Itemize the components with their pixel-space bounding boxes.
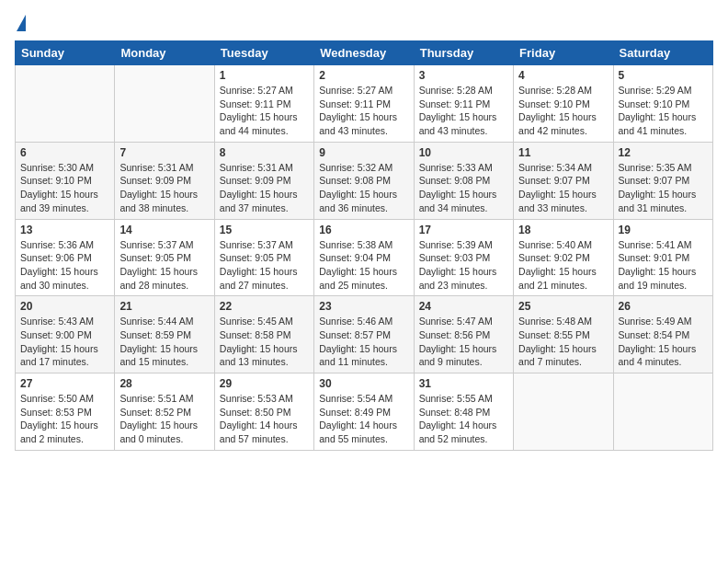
- cell-content: Sunrise: 5:32 AM Sunset: 9:08 PM Dayligh…: [319, 161, 408, 215]
- calendar-cell: 27Sunrise: 5:50 AM Sunset: 8:53 PM Dayli…: [16, 373, 115, 451]
- day-number: 6: [20, 146, 109, 159]
- calendar-cell: 19Sunrise: 5:41 AM Sunset: 9:01 PM Dayli…: [613, 219, 712, 296]
- calendar-cell: 17Sunrise: 5:39 AM Sunset: 9:03 PM Dayli…: [414, 219, 513, 296]
- logo: [15, 15, 26, 31]
- calendar-cell: [514, 373, 613, 451]
- day-number: 14: [119, 224, 209, 236]
- cell-content: Sunrise: 5:49 AM Sunset: 8:54 PM Dayligh…: [619, 315, 708, 369]
- day-number: 28: [119, 377, 209, 390]
- cell-content: Sunrise: 5:48 AM Sunset: 8:55 PM Dayligh…: [518, 315, 608, 369]
- calendar-cell: 18Sunrise: 5:40 AM Sunset: 9:02 PM Dayli…: [514, 219, 613, 296]
- day-number: 26: [619, 300, 708, 313]
- calendar-header-row: SundayMondayTuesdayWednesdayThursdayFrid…: [16, 41, 713, 65]
- calendar-cell: 23Sunrise: 5:46 AM Sunset: 8:57 PM Dayli…: [314, 296, 414, 373]
- day-number: 11: [518, 146, 608, 159]
- calendar-week-row: 1Sunrise: 5:27 AM Sunset: 9:11 PM Daylig…: [16, 65, 713, 143]
- calendar-cell: 28Sunrise: 5:51 AM Sunset: 8:52 PM Dayli…: [115, 373, 214, 451]
- column-header-thursday: Thursday: [414, 41, 513, 65]
- calendar-cell: 12Sunrise: 5:35 AM Sunset: 9:07 PM Dayli…: [613, 142, 712, 219]
- cell-content: Sunrise: 5:31 AM Sunset: 9:09 PM Dayligh…: [220, 161, 309, 215]
- calendar-week-row: 20Sunrise: 5:43 AM Sunset: 9:00 PM Dayli…: [16, 296, 713, 373]
- cell-content: Sunrise: 5:39 AM Sunset: 9:03 PM Dayligh…: [419, 238, 508, 293]
- day-number: 10: [419, 146, 508, 159]
- cell-content: Sunrise: 5:43 AM Sunset: 9:00 PM Dayligh…: [20, 315, 109, 369]
- calendar-cell: 10Sunrise: 5:33 AM Sunset: 9:08 PM Dayli…: [414, 142, 513, 219]
- cell-content: Sunrise: 5:54 AM Sunset: 8:49 PM Dayligh…: [319, 392, 408, 446]
- day-number: 18: [518, 224, 608, 236]
- calendar-cell: 24Sunrise: 5:47 AM Sunset: 8:56 PM Dayli…: [414, 296, 513, 373]
- day-number: 17: [419, 224, 508, 236]
- day-number: 9: [319, 146, 408, 159]
- cell-content: Sunrise: 5:31 AM Sunset: 9:09 PM Dayligh…: [119, 161, 209, 215]
- page-header: [15, 15, 713, 31]
- day-number: 19: [619, 224, 708, 236]
- calendar-cell: 14Sunrise: 5:37 AM Sunset: 9:05 PM Dayli…: [115, 219, 214, 296]
- cell-content: Sunrise: 5:37 AM Sunset: 9:05 PM Dayligh…: [119, 238, 209, 293]
- cell-content: Sunrise: 5:46 AM Sunset: 8:57 PM Dayligh…: [319, 315, 408, 369]
- day-number: 16: [319, 224, 408, 236]
- day-number: 31: [419, 377, 508, 390]
- day-number: 3: [419, 69, 508, 82]
- column-header-wednesday: Wednesday: [314, 41, 414, 65]
- cell-content: Sunrise: 5:47 AM Sunset: 8:56 PM Dayligh…: [419, 315, 508, 369]
- cell-content: Sunrise: 5:27 AM Sunset: 9:11 PM Dayligh…: [220, 84, 309, 138]
- calendar-cell: [115, 65, 214, 143]
- cell-content: Sunrise: 5:51 AM Sunset: 8:52 PM Dayligh…: [119, 392, 209, 446]
- cell-content: Sunrise: 5:38 AM Sunset: 9:04 PM Dayligh…: [319, 238, 408, 293]
- day-number: 21: [119, 300, 209, 313]
- calendar-cell: 13Sunrise: 5:36 AM Sunset: 9:06 PM Dayli…: [16, 219, 115, 296]
- calendar-cell: 15Sunrise: 5:37 AM Sunset: 9:05 PM Dayli…: [214, 219, 313, 296]
- cell-content: Sunrise: 5:28 AM Sunset: 9:11 PM Dayligh…: [419, 84, 508, 138]
- cell-content: Sunrise: 5:44 AM Sunset: 8:59 PM Dayligh…: [119, 315, 209, 369]
- calendar-cell: [613, 373, 712, 451]
- day-number: 5: [619, 69, 708, 82]
- calendar-cell: 20Sunrise: 5:43 AM Sunset: 9:00 PM Dayli…: [16, 296, 115, 373]
- cell-content: Sunrise: 5:40 AM Sunset: 9:02 PM Dayligh…: [518, 238, 608, 293]
- calendar-cell: 3Sunrise: 5:28 AM Sunset: 9:11 PM Daylig…: [414, 65, 513, 143]
- calendar-week-row: 13Sunrise: 5:36 AM Sunset: 9:06 PM Dayli…: [16, 219, 713, 296]
- day-number: 27: [20, 377, 109, 390]
- cell-content: Sunrise: 5:35 AM Sunset: 9:07 PM Dayligh…: [619, 161, 708, 215]
- calendar-cell: 16Sunrise: 5:38 AM Sunset: 9:04 PM Dayli…: [314, 219, 414, 296]
- cell-content: Sunrise: 5:55 AM Sunset: 8:48 PM Dayligh…: [419, 392, 508, 446]
- calendar-cell: 1Sunrise: 5:27 AM Sunset: 9:11 PM Daylig…: [214, 65, 313, 143]
- cell-content: Sunrise: 5:36 AM Sunset: 9:06 PM Dayligh…: [20, 238, 109, 293]
- calendar-cell: 11Sunrise: 5:34 AM Sunset: 9:07 PM Dayli…: [514, 142, 613, 219]
- day-number: 1: [220, 69, 309, 82]
- calendar-cell: 22Sunrise: 5:45 AM Sunset: 8:58 PM Dayli…: [214, 296, 313, 373]
- calendar-cell: 5Sunrise: 5:29 AM Sunset: 9:10 PM Daylig…: [613, 65, 712, 143]
- day-number: 29: [220, 377, 309, 390]
- calendar-cell: 31Sunrise: 5:55 AM Sunset: 8:48 PM Dayli…: [414, 373, 513, 451]
- day-number: 12: [619, 146, 708, 159]
- calendar-cell: 8Sunrise: 5:31 AM Sunset: 9:09 PM Daylig…: [214, 142, 313, 219]
- day-number: 13: [20, 224, 109, 236]
- day-number: 7: [119, 146, 209, 159]
- calendar-cell: 4Sunrise: 5:28 AM Sunset: 9:10 PM Daylig…: [514, 65, 613, 143]
- cell-content: Sunrise: 5:50 AM Sunset: 8:53 PM Dayligh…: [20, 392, 109, 446]
- calendar-cell: 9Sunrise: 5:32 AM Sunset: 9:08 PM Daylig…: [314, 142, 414, 219]
- day-number: 4: [518, 69, 608, 82]
- day-number: 23: [319, 300, 408, 313]
- cell-content: Sunrise: 5:41 AM Sunset: 9:01 PM Dayligh…: [619, 238, 708, 293]
- column-header-sunday: Sunday: [16, 41, 115, 65]
- cell-content: Sunrise: 5:33 AM Sunset: 9:08 PM Dayligh…: [419, 161, 508, 215]
- day-number: 24: [419, 300, 508, 313]
- column-header-friday: Friday: [514, 41, 613, 65]
- cell-content: Sunrise: 5:53 AM Sunset: 8:50 PM Dayligh…: [220, 392, 309, 446]
- logo-triangle-icon: [17, 15, 26, 31]
- calendar-cell: 21Sunrise: 5:44 AM Sunset: 8:59 PM Dayli…: [115, 296, 214, 373]
- cell-content: Sunrise: 5:27 AM Sunset: 9:11 PM Dayligh…: [319, 84, 408, 138]
- day-number: 8: [220, 146, 309, 159]
- cell-content: Sunrise: 5:34 AM Sunset: 9:07 PM Dayligh…: [518, 161, 608, 215]
- column-header-saturday: Saturday: [613, 41, 712, 65]
- day-number: 25: [518, 300, 608, 313]
- cell-content: Sunrise: 5:28 AM Sunset: 9:10 PM Dayligh…: [518, 84, 608, 138]
- column-header-monday: Monday: [115, 41, 214, 65]
- calendar-week-row: 27Sunrise: 5:50 AM Sunset: 8:53 PM Dayli…: [16, 373, 713, 451]
- calendar-cell: 6Sunrise: 5:30 AM Sunset: 9:10 PM Daylig…: [16, 142, 115, 219]
- calendar-cell: 30Sunrise: 5:54 AM Sunset: 8:49 PM Dayli…: [314, 373, 414, 451]
- cell-content: Sunrise: 5:29 AM Sunset: 9:10 PM Dayligh…: [619, 84, 708, 138]
- calendar-cell: [16, 65, 115, 143]
- calendar-cell: 25Sunrise: 5:48 AM Sunset: 8:55 PM Dayli…: [514, 296, 613, 373]
- calendar-week-row: 6Sunrise: 5:30 AM Sunset: 9:10 PM Daylig…: [16, 142, 713, 219]
